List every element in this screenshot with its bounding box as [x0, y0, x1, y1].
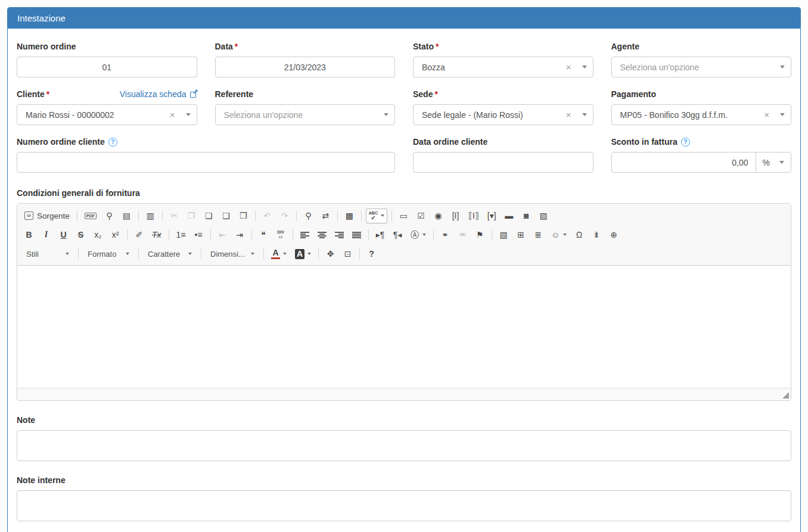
replace-icon: ⇄ — [321, 211, 330, 220]
sconto-unit-select[interactable]: % — [756, 153, 791, 172]
increase-indent-button[interactable]: ⇥ — [232, 228, 247, 241]
button-field-button[interactable]: ▬ — [502, 209, 517, 222]
size-combo[interactable]: Dimensi... — [206, 247, 259, 262]
referente-select[interactable]: Seleziona un'opzione — [215, 104, 396, 125]
required-marker: * — [235, 42, 238, 51]
subscript-button[interactable]: x₂ — [91, 228, 105, 241]
cliente-select[interactable]: Mario Rossi - 00000002 × — [17, 104, 197, 125]
sconto-input[interactable] — [612, 153, 756, 172]
find-button[interactable]: ⚲ — [301, 209, 316, 222]
templates-button[interactable]: ▥ — [143, 209, 158, 222]
strikethrough-button[interactable]: S — [73, 228, 88, 241]
font-combo[interactable]: Carattere — [143, 247, 197, 262]
align-left-button[interactable] — [297, 229, 312, 241]
field-referente: Referente Seleziona un'opzione — [215, 89, 396, 125]
note-interne-textarea[interactable] — [17, 490, 791, 521]
source-icon: ‹› — [24, 211, 33, 220]
replace-button[interactable]: ⇄ — [318, 209, 333, 222]
radio-button[interactable]: ◉ — [431, 209, 446, 222]
align-justify-button[interactable] — [349, 229, 364, 241]
text-field-button[interactable]: [I] — [448, 209, 463, 222]
select-all-button[interactable]: ▩ — [342, 209, 357, 222]
bg-color-button[interactable]: A — [292, 247, 314, 262]
stato-select[interactable]: Bozza × — [413, 57, 593, 77]
spellcheck-button[interactable]: ABC✔ — [366, 209, 387, 223]
stato-label: Stato — [413, 42, 434, 51]
div-container-button[interactable]: DIV‹› — [274, 228, 288, 242]
link-button[interactable]: ⚭ — [438, 228, 453, 241]
numero-ordine-cliente-input[interactable] — [17, 152, 395, 173]
horizontal-rule-icon: ≣ — [534, 231, 543, 239]
image-button[interactable]: ▧ — [496, 228, 511, 241]
textarea-button[interactable]: ⟦I⟧ — [465, 209, 482, 222]
copy-formatting-button[interactable]: ✐ — [132, 228, 147, 241]
export-pdf-button[interactable]: PDF — [82, 210, 100, 222]
clear-icon[interactable]: × — [164, 110, 181, 120]
italic-button[interactable]: I — [39, 228, 54, 241]
numero-ordine-input[interactable] — [17, 57, 197, 77]
remove-format-button[interactable]: Tx — [149, 228, 164, 241]
numbered-list-button[interactable]: 1≡ — [173, 228, 189, 241]
superscript-button[interactable]: x² — [108, 228, 123, 241]
horizontal-rule-button[interactable]: ≣ — [531, 228, 546, 241]
about-button[interactable]: ? — [364, 247, 379, 260]
blockquote-button[interactable]: ❝ — [256, 228, 271, 241]
table-button[interactable]: ⊞ — [514, 228, 529, 241]
align-right-button[interactable] — [332, 229, 347, 241]
data-input[interactable] — [215, 57, 396, 77]
page-break-button[interactable]: ⇟ — [589, 228, 604, 241]
sconto-input-group: % — [611, 152, 792, 173]
special-char-button[interactable]: Ω — [572, 228, 587, 241]
iframe-button[interactable]: ⊕ — [607, 228, 621, 241]
checkbox-icon: ☑ — [417, 211, 425, 220]
help-icon[interactable]: ? — [108, 138, 117, 147]
source-button[interactable]: ‹›Sorgente — [21, 209, 73, 223]
note-textarea[interactable] — [17, 430, 791, 461]
format-combo[interactable]: Formato — [83, 247, 134, 262]
clear-icon[interactable]: × — [758, 110, 775, 120]
bulleted-list-button[interactable]: •≡ — [191, 228, 206, 241]
checkbox-button[interactable]: ☑ — [414, 209, 428, 222]
language-button[interactable]: Ⓐ — [408, 228, 429, 241]
maximize-button[interactable]: ✥ — [323, 247, 338, 260]
visualizza-scheda-link[interactable]: Visualizza scheda — [120, 89, 197, 99]
preview-button[interactable]: ⚲ — [102, 209, 117, 222]
form-button[interactable]: ▭ — [396, 209, 411, 222]
div-container-icon: DIV‹› — [276, 230, 285, 240]
underline-button[interactable]: U — [56, 228, 71, 241]
image-button-button[interactable]: ◙ — [519, 209, 534, 222]
anchor-button[interactable]: ⚑ — [473, 228, 487, 241]
maximize-icon: ✥ — [326, 250, 335, 258]
bidi-rtl-button[interactable]: ¶◂ — [390, 228, 405, 241]
sede-select[interactable]: Sede legale - (Mario Rossi) × — [413, 104, 593, 125]
field-numero-ordine-cliente: Numero ordine cliente? — [17, 136, 395, 173]
agente-select[interactable]: Seleziona un'opzione — [611, 57, 792, 77]
print-button[interactable]: ▤ — [119, 209, 134, 222]
hidden-field-button[interactable]: ▨ — [536, 209, 551, 222]
chevron-down-icon — [188, 253, 192, 255]
cut-icon: ✂ — [170, 211, 179, 220]
note-interne-label: Note interne — [17, 475, 791, 485]
bold-button[interactable]: B — [21, 228, 36, 241]
clear-icon[interactable]: × — [560, 62, 577, 72]
pagamento-select[interactable]: MP05 - Bonifico 30gg d.f.f.m. × — [611, 104, 792, 125]
data-ordine-cliente-input[interactable] — [413, 152, 593, 173]
paste-word-button[interactable]: ❒ — [236, 209, 251, 222]
styles-combo[interactable]: Stili — [21, 247, 74, 262]
editor-content[interactable] — [17, 266, 791, 388]
align-center-button[interactable] — [315, 229, 330, 241]
select-field-button[interactable]: [▾] — [484, 209, 499, 222]
help-icon[interactable]: ? — [681, 138, 690, 147]
text-color-button[interactable]: A — [268, 246, 290, 262]
pagamento-label: Pagamento — [611, 89, 656, 99]
toolbar-row: ‹›SorgentePDF⚲▤▥✂❐❏❑❒↶↷⚲⇄▩ABC✔▭☑◉[I]⟦I⟧[… — [20, 206, 788, 225]
referente-label: Referente — [215, 89, 254, 99]
bidi-ltr-button[interactable]: ▸¶ — [373, 228, 388, 241]
show-blocks-button[interactable]: ⊡ — [340, 247, 355, 260]
clear-icon[interactable]: × — [560, 110, 577, 120]
chevron-down-icon — [251, 253, 254, 255]
smiley-button[interactable]: ☺ — [548, 228, 570, 241]
editor-resize-handle[interactable] — [782, 392, 789, 399]
paste-button[interactable]: ❏ — [201, 209, 216, 222]
paste-text-button[interactable]: ❑ — [219, 209, 234, 222]
